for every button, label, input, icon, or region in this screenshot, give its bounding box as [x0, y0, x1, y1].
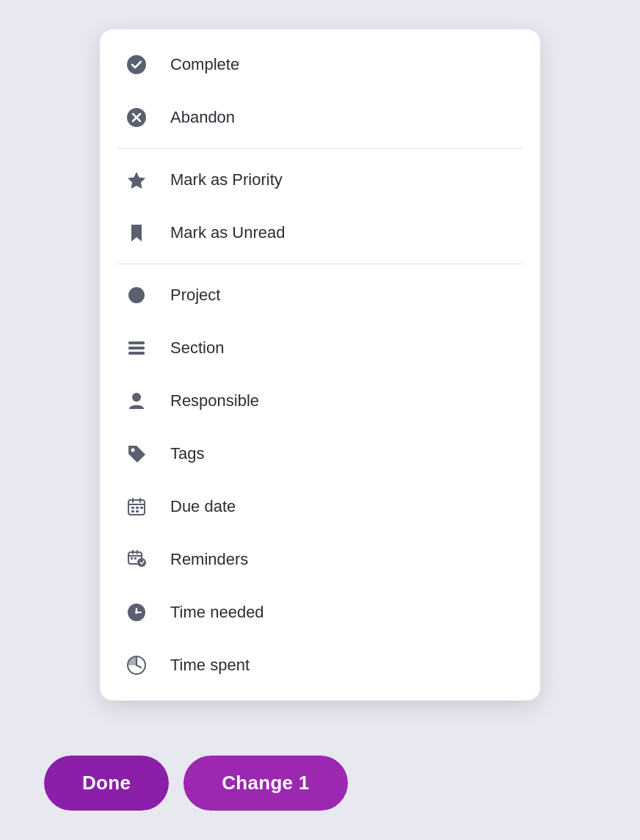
reminder-icon — [123, 546, 150, 573]
svg-point-9 — [132, 393, 141, 402]
menu-label-complete: Complete — [170, 55, 239, 74]
svg-rect-15 — [131, 507, 134, 509]
svg-point-28 — [135, 611, 138, 614]
menu-item-complete[interactable]: Complete — [100, 38, 540, 91]
menu-item-responsible[interactable]: Responsible — [100, 374, 540, 427]
menu-item-due-date[interactable]: Due date — [100, 480, 540, 533]
star-icon — [123, 167, 150, 193]
menu-label-mark-unread: Mark as Unread — [170, 223, 286, 242]
divider-1 — [117, 148, 523, 149]
circle-icon — [123, 282, 150, 308]
svg-point-26 — [137, 558, 146, 567]
svg-rect-17 — [131, 510, 134, 513]
menu-item-mark-unread[interactable]: Mark as Unread — [100, 206, 540, 259]
menu-label-tags: Tags — [170, 444, 204, 463]
svg-point-5 — [128, 287, 145, 303]
svg-rect-25 — [134, 557, 137, 560]
menu-item-abandon[interactable]: Abandon — [100, 91, 540, 144]
svg-rect-7 — [128, 347, 145, 350]
menu-label-section: Section — [170, 338, 224, 358]
calendar-icon — [123, 493, 150, 520]
svg-rect-24 — [131, 557, 133, 560]
section-icon — [123, 335, 150, 361]
svg-point-10 — [131, 449, 135, 452]
menu-item-mark-priority[interactable]: Mark as Priority — [100, 153, 540, 206]
done-button[interactable]: Done — [44, 756, 169, 811]
menu-item-section[interactable]: Section — [100, 322, 540, 374]
menu-label-mark-priority: Mark as Priority — [170, 170, 283, 189]
divider-2 — [117, 264, 523, 264]
tag-icon — [123, 441, 150, 467]
time-needed-icon — [123, 599, 150, 626]
svg-marker-4 — [128, 172, 145, 189]
menu-item-project[interactable]: Project — [100, 269, 540, 322]
bottom-bar: Done Change 1 — [0, 756, 640, 811]
time-spent-icon — [123, 652, 150, 678]
context-menu: Complete Abandon Mark as Priority Mar — [100, 29, 540, 700]
svg-rect-6 — [128, 341, 145, 344]
menu-label-abandon: Abandon — [170, 108, 235, 127]
svg-rect-19 — [140, 507, 143, 509]
menu-item-time-needed[interactable]: Time needed — [100, 586, 540, 639]
abandon-icon — [123, 104, 150, 131]
menu-label-reminders: Reminders — [170, 550, 248, 569]
menu-item-reminders[interactable]: Reminders — [100, 533, 540, 586]
svg-rect-18 — [136, 510, 139, 513]
menu-label-due-date: Due date — [170, 497, 236, 516]
menu-label-project: Project — [170, 286, 220, 305]
menu-item-time-spent[interactable]: Time spent — [100, 639, 540, 692]
menu-item-tags[interactable]: Tags — [100, 427, 540, 480]
menu-label-time-needed: Time needed — [170, 603, 264, 622]
svg-rect-16 — [136, 507, 139, 509]
menu-label-time-spent: Time spent — [170, 656, 250, 675]
bookmark-icon — [123, 220, 150, 246]
menu-label-responsible: Responsible — [170, 391, 259, 410]
person-icon — [123, 388, 150, 414]
svg-rect-8 — [128, 352, 145, 355]
svg-point-0 — [127, 55, 146, 74]
change-button[interactable]: Change 1 — [183, 756, 347, 811]
complete-icon — [123, 51, 150, 78]
